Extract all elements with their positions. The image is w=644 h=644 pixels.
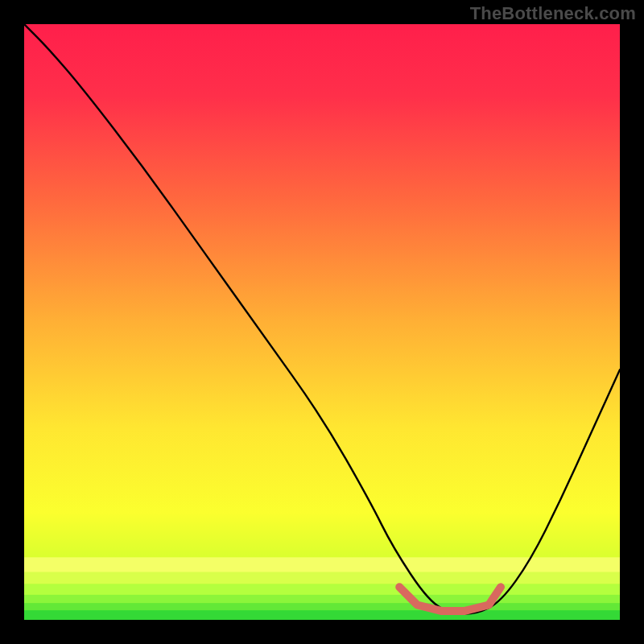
curve-layer — [24, 24, 620, 620]
chart-frame: TheBottleneck.com — [0, 0, 644, 644]
optimal-range-curve — [399, 587, 501, 611]
plot-area — [24, 24, 620, 620]
watermark-text: TheBottleneck.com — [470, 3, 636, 24]
bottleneck-curve — [24, 24, 620, 614]
